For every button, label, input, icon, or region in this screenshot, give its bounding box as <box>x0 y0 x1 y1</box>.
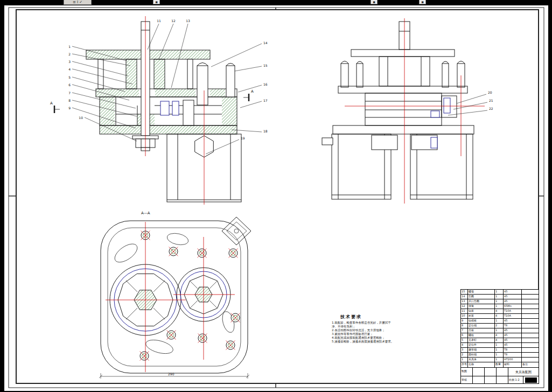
drill-bush-bolt-left <box>197 66 208 105</box>
parts-list-table: 15 螺母 1 45 14 垫圈 1 45 13 开口垫圈 <box>460 289 539 384</box>
bom-cell-qty: 1 <box>495 299 504 304</box>
bom-cell-qty: 4 <box>495 333 504 338</box>
bom-cell-material: 45 <box>504 295 522 299</box>
bom-cell-material: T8 <box>504 348 522 352</box>
bom-cell-no: 8 <box>461 324 468 328</box>
callout-number: 14 <box>263 41 268 45</box>
bom-cell-name: 定位件 <box>468 343 495 347</box>
parts-list-row: 11 钻套 4 T10A <box>461 309 539 314</box>
scale-cell: 比例 1:2 <box>508 376 523 384</box>
bom-cell-qty: 1 <box>495 290 504 294</box>
parts-list-row: 9 钻模板 1 45 <box>461 319 539 324</box>
toolbar-button-fragment[interactable]: ▪ <box>371 0 378 4</box>
callout-number: 19 <box>241 136 245 140</box>
bom-cell-material: 45 <box>504 290 522 294</box>
bom-cell-no: 14 <box>461 295 468 299</box>
bom-cell-note <box>522 333 539 338</box>
bom-cell-no: 3 <box>461 348 468 352</box>
bom-cell-note <box>522 343 539 347</box>
bom-cell-note <box>522 295 539 299</box>
bom-cell-name: 夹具体 <box>468 358 495 362</box>
support-block <box>183 100 194 125</box>
title-block-cell <box>473 376 485 384</box>
bom-cell-name: 衬套 <box>468 314 495 318</box>
bom-cell-note <box>522 314 539 318</box>
bom-cell-qty: 1 <box>495 343 504 347</box>
bom-cell-name: 弹簧 <box>468 304 495 309</box>
parts-list-row: 2 圆柱销 1 T8 <box>461 353 539 358</box>
toolbar-button-fragment[interactable]: ▪ <box>419 0 426 4</box>
parts-list-row: 4 定位件 1 45 <box>461 343 539 348</box>
cad-application-window: A A <box>0 0 552 392</box>
bom-cell-material: T8 <box>504 353 522 357</box>
bom-cell-material: 45 <box>504 338 522 342</box>
callout-number: 4 <box>68 67 71 71</box>
bom-header-no: 序号 <box>461 362 468 367</box>
technical-requirement-line: 4.装配完成后按装配通用技术要求检验； <box>332 336 396 340</box>
technical-requirements-title: 技术要求 <box>340 314 396 320</box>
bom-cell-qty: 4 <box>495 309 504 313</box>
bom-cell-note <box>522 319 539 323</box>
drill-bush-bolt-right <box>226 66 235 97</box>
bom-cell-note <box>522 290 539 294</box>
parts-list-row: 10 衬套 4 T10A <box>461 314 539 319</box>
callout-number: 22 <box>489 107 493 110</box>
bom-cell-no: 7 <box>461 328 468 333</box>
toolbar-button-fragment[interactable]: ▪ <box>153 0 160 4</box>
bom-cell-note <box>522 299 539 304</box>
hanging-part <box>372 135 397 150</box>
bom-header-note: 备注 <box>522 362 539 367</box>
callout-number: 20 <box>488 90 492 94</box>
bom-cell-material: 45 <box>504 319 522 323</box>
technical-requirement-line: 3.紧固件等零件均按标准拧紧； <box>332 332 396 336</box>
bom-cell-material: 45 <box>504 328 522 333</box>
technical-requirement-line: 5.涂漆前检验，涂漆表面按涂漆通用技术要求。 <box>332 340 396 344</box>
parts-list-rows: 15 螺母 1 45 14 垫圈 1 45 13 开口垫圈 <box>461 290 539 362</box>
callout-number: 6 <box>68 83 71 87</box>
plan-view-label: A—A <box>141 211 150 215</box>
callout-number: 18 <box>263 129 268 133</box>
technical-requirement-line: 2.各活动部件应转动灵活，无卡滞现象； <box>332 328 396 332</box>
bom-cell-no: 11 <box>461 309 468 313</box>
toolbar-icon: ≡ I ✓ <box>73 0 82 4</box>
parts-list-row: 7 压板 1 45 <box>461 328 539 333</box>
bom-cell-no: 9 <box>461 319 468 323</box>
parts-list-row: 13 开口垫圈 1 45 <box>461 299 539 304</box>
bom-cell-qty: 1 <box>495 358 504 362</box>
bom-header-material: 材料 <box>504 362 522 367</box>
bom-cell-name: 螺母 <box>468 290 495 294</box>
bom-cell-no: 6 <box>461 333 468 338</box>
bom-cell-qty: 4 <box>495 314 504 318</box>
callout-number: 9 <box>68 106 71 110</box>
parts-list-row: 3 菱形销 1 T8 <box>461 348 539 353</box>
drawing-title: 夹具装配图 <box>508 368 539 376</box>
title-block: 制图 审核 夹具装配图 比例 1:2 <box>461 368 539 384</box>
callout-number: 15 <box>263 64 268 67</box>
bom-cell-name: 钻模板 <box>468 319 495 323</box>
bom-cell-qty: 2 <box>495 324 504 328</box>
callout-number: 11 <box>157 19 161 23</box>
bom-cell-name: 螺栓 <box>468 333 495 338</box>
parts-list-header: 序号 名称 数量 材料 备注 <box>461 362 539 368</box>
drafter-label: 制图 <box>461 368 473 376</box>
bom-cell-material: 45 <box>504 343 522 347</box>
toolbar-button-fragment[interactable]: ≡ I ✓ <box>64 0 92 5</box>
bom-cell-material: 45 <box>504 333 522 338</box>
technical-requirements: 技术要求 1.装配前，检查零件各部是否完好，并擦拭干净、不得有毛刺； 2.各活动… <box>332 314 396 344</box>
bom-cell-qty: 1 <box>495 353 504 357</box>
bom-cell-qty: 1 <box>495 319 504 323</box>
bom-cell-material: T10A <box>504 314 522 318</box>
bom-cell-no: 1 <box>461 358 468 362</box>
bom-cell-material: T8 <box>504 324 522 328</box>
technical-requirement-line: 1.装配前，检查零件各部是否完好，并擦拭干净、不得有毛刺； <box>332 321 396 328</box>
callout-number: 2 <box>68 52 71 56</box>
side-tab <box>322 138 333 145</box>
bom-cell-name: 垫圈 <box>468 295 495 299</box>
bom-cell-note <box>522 338 539 342</box>
guide-pillar-right <box>187 59 193 89</box>
callout-number: 16 <box>263 82 268 86</box>
callout-number: 8 <box>68 99 71 102</box>
bom-cell-name: 菱形销 <box>468 348 495 352</box>
bom-cell-no: 13 <box>461 299 468 304</box>
section-letter: A <box>50 101 53 106</box>
